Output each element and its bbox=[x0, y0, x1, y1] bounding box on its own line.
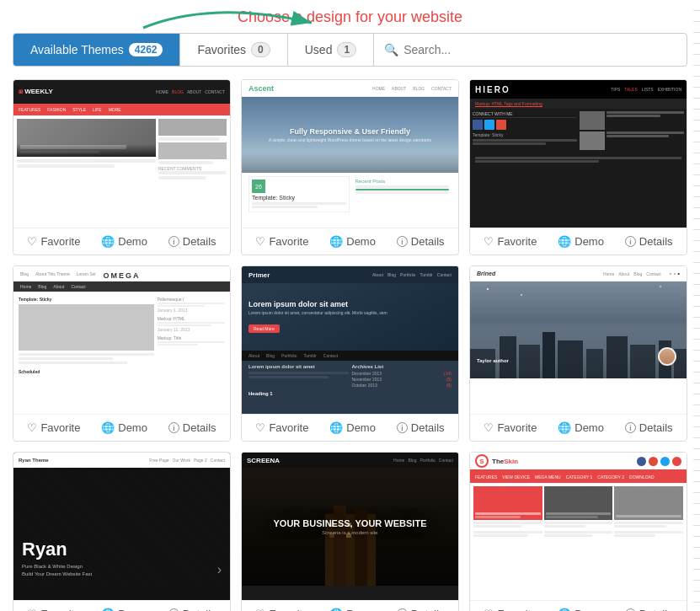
svg-rect-6 bbox=[586, 349, 603, 378]
favorite-btn-ascent[interactable]: ♡ Favorite bbox=[255, 235, 308, 248]
svg-rect-2 bbox=[500, 336, 516, 378]
search-icon: 🔍 bbox=[384, 43, 398, 56]
heart-icon-ascent: ♡ bbox=[255, 235, 265, 248]
info-icon-hiero: i bbox=[625, 236, 636, 247]
favorite-label: Favorite bbox=[40, 235, 80, 248]
favorites-label: Favorites bbox=[197, 43, 246, 56]
details-btn-screena[interactable]: i Details bbox=[397, 608, 445, 611]
globe-icon-ryan: 🌐 bbox=[101, 608, 115, 611]
heart-icon-theskin: ♡ bbox=[484, 608, 494, 611]
info-icon-omega: i bbox=[168, 422, 179, 433]
favorite-btn-weekly[interactable]: ♡ Favorite bbox=[27, 235, 80, 248]
theme-preview-nomad: Brined Home About Blog Contact • • • bbox=[470, 266, 687, 414]
info-icon-nomad: i bbox=[625, 422, 636, 433]
svg-rect-7 bbox=[606, 336, 628, 378]
info-icon: i bbox=[168, 236, 179, 247]
theme-actions-nomad: ♡ Favorite 🌐 Demo i Details bbox=[470, 414, 687, 441]
theme-preview-ascent: Ascent HOME ABOUT BLOG CONTACT Fully Res… bbox=[242, 80, 458, 228]
favorite-btn-ryan[interactable]: ♡ Favorite bbox=[27, 608, 80, 611]
theme-actions-primer: ♡ Favorite 🌐 Demo i Details bbox=[242, 414, 458, 441]
demo-btn-ascent[interactable]: 🌐 Demo bbox=[329, 235, 376, 248]
demo-btn-theskin[interactable]: 🌐 Demo bbox=[558, 608, 604, 611]
details-btn-weekly[interactable]: i Details bbox=[168, 235, 216, 248]
details-btn-ryan[interactable]: i Details bbox=[168, 608, 216, 611]
demo-btn-hiero[interactable]: 🌐 Demo bbox=[558, 235, 604, 248]
theme-card-ascent: Ascent HOME ABOUT BLOG CONTACT Fully Res… bbox=[241, 79, 459, 255]
globe-icon-ascent: 🌐 bbox=[329, 235, 343, 248]
theme-preview-screena: SCREENA Home Blog Portfolio Contact bbox=[242, 453, 458, 600]
theme-preview-hiero: HIERO TIPS TALES LISTS EXHIBITION Markup… bbox=[470, 80, 687, 228]
demo-btn-primer[interactable]: 🌐 Demo bbox=[329, 421, 376, 434]
svg-rect-3 bbox=[519, 345, 540, 378]
theme-actions-omega: ♡ Favorite 🌐 Demo i Details bbox=[13, 414, 230, 441]
favorite-btn-hiero[interactable]: ♡ Favorite bbox=[484, 235, 537, 248]
theme-card-primer: Primer About Blog Portfolio Tumblr Conta… bbox=[241, 265, 459, 442]
theme-actions-weekly: ♡ Favorite 🌐 Demo i Details bbox=[13, 228, 230, 255]
theme-card-theskin: S TheSkin FEATURES VIEW DEVICE MEGA MENU… bbox=[469, 452, 687, 611]
theme-actions-hiero: ♡ Favorite 🌐 Demo i Details bbox=[470, 228, 687, 255]
search-input[interactable] bbox=[403, 43, 676, 56]
theme-card-screena: SCREENA Home Blog Portfolio Contact bbox=[241, 452, 459, 611]
available-themes-count: 4262 bbox=[129, 43, 163, 56]
heart-icon-primer: ♡ bbox=[255, 421, 265, 434]
used-count: 1 bbox=[337, 42, 356, 57]
globe-icon-nomad: 🌐 bbox=[558, 421, 571, 434]
favorite-btn-screena[interactable]: ♡ Favorite bbox=[255, 608, 308, 611]
theme-grid: ⧆ WEEKLY HOME BLOG ABOUT CONTACT FEATURE… bbox=[13, 79, 687, 611]
theme-card-hiero: HIERO TIPS TALES LISTS EXHIBITION Markup… bbox=[469, 79, 687, 255]
theme-card-weekly: ⧆ WEEKLY HOME BLOG ABOUT CONTACT FEATURE… bbox=[13, 79, 231, 255]
demo-btn-ryan[interactable]: 🌐 Demo bbox=[101, 608, 147, 611]
globe-icon-primer: 🌐 bbox=[329, 421, 343, 434]
used-label: Used bbox=[305, 43, 333, 56]
favorites-count: 0 bbox=[251, 42, 270, 57]
globe-icon: 🌐 bbox=[101, 235, 115, 248]
tab-available-themes[interactable]: Available Themes 4262 bbox=[13, 34, 180, 66]
favorite-btn-theskin[interactable]: ♡ Favorite bbox=[484, 608, 537, 611]
favorite-btn-nomad[interactable]: ♡ Favorite bbox=[484, 421, 537, 434]
arrow-decoration bbox=[143, 4, 337, 34]
svg-rect-5 bbox=[558, 340, 583, 378]
demo-btn-nomad[interactable]: 🌐 Demo bbox=[558, 421, 604, 434]
favorite-btn-omega[interactable]: ♡ Favorite bbox=[27, 421, 80, 434]
details-btn-theskin[interactable]: i Details bbox=[625, 608, 673, 611]
tab-favorites[interactable]: Favorites 0 bbox=[180, 34, 287, 66]
details-btn-primer[interactable]: i Details bbox=[397, 421, 445, 434]
details-btn-omega[interactable]: i Details bbox=[168, 421, 216, 434]
theme-actions-screena: ♡ Favorite 🌐 Demo i Details bbox=[242, 600, 458, 611]
globe-icon-screena: 🌐 bbox=[329, 608, 343, 611]
tab-bar: Available Themes 4262 Favorites 0 Used 1… bbox=[13, 33, 687, 67]
theme-card-omega: Blog About This Theme Lorem Ser OMEGA Ho… bbox=[13, 265, 231, 442]
demo-btn-omega[interactable]: 🌐 Demo bbox=[101, 421, 147, 434]
heart-icon-nomad: ♡ bbox=[484, 421, 494, 434]
demo-btn-weekly[interactable]: 🌐 Demo bbox=[101, 235, 147, 248]
details-label: Details bbox=[183, 235, 216, 248]
theme-preview-theskin: S TheSkin FEATURES VIEW DEVICE MEGA MENU… bbox=[470, 453, 687, 600]
favorite-btn-primer[interactable]: ♡ Favorite bbox=[255, 421, 308, 434]
tab-used[interactable]: Used 1 bbox=[288, 34, 374, 66]
globe-icon-omega: 🌐 bbox=[101, 421, 115, 434]
info-icon-primer: i bbox=[397, 422, 408, 433]
details-btn-nomad[interactable]: i Details bbox=[625, 421, 673, 434]
theme-preview-ryan: Ryan Theme Free Page Our Work Page 2 Con… bbox=[13, 453, 230, 600]
details-btn-hiero[interactable]: i Details bbox=[625, 235, 673, 248]
theme-card-nomad: Brined Home About Blog Contact • • • bbox=[469, 265, 687, 442]
demo-btn-screena[interactable]: 🌐 Demo bbox=[329, 608, 376, 611]
theme-preview-primer: Primer About Blog Portfolio Tumblr Conta… bbox=[242, 266, 458, 414]
svg-rect-1 bbox=[470, 349, 495, 378]
globe-icon-theskin: 🌐 bbox=[558, 608, 571, 611]
info-icon-ascent: i bbox=[397, 236, 408, 247]
theme-preview-omega: Blog About This Theme Lorem Ser OMEGA Ho… bbox=[13, 266, 230, 414]
theme-actions-theskin: ♡ Favorite 🌐 Demo i Details bbox=[470, 600, 687, 611]
search-tab: 🔍 bbox=[374, 34, 687, 66]
demo-label: Demo bbox=[118, 235, 147, 248]
theme-card-ryan: Ryan Theme Free Page Our Work Page 2 Con… bbox=[13, 452, 231, 611]
available-themes-label: Available Themes bbox=[30, 43, 124, 56]
theme-actions-ryan: ♡ Favorite 🌐 Demo i Details bbox=[13, 600, 230, 611]
heart-icon: ♡ bbox=[27, 235, 37, 248]
theme-actions-ascent: ♡ Favorite 🌐 Demo i Details bbox=[242, 228, 458, 255]
theme-preview-weekly: ⧆ WEEKLY HOME BLOG ABOUT CONTACT FEATURE… bbox=[13, 80, 230, 228]
svg-rect-4 bbox=[542, 332, 555, 378]
details-btn-ascent[interactable]: i Details bbox=[397, 235, 445, 248]
heart-icon-screena: ♡ bbox=[255, 608, 265, 611]
heart-icon-ryan: ♡ bbox=[27, 608, 37, 611]
